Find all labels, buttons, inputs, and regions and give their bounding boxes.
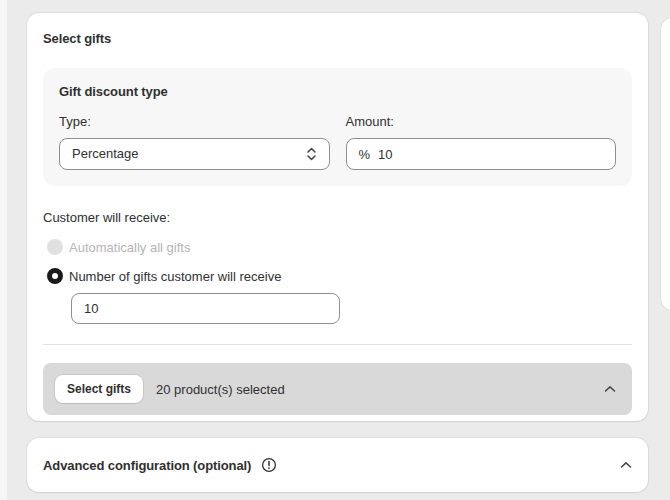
radio-option-number-of-gifts-label: Number of gifts customer will receive (69, 269, 281, 284)
select-gifts-card: Select gifts Gift discount type Type: Pe… (27, 13, 648, 421)
gift-count-input-wrap (71, 293, 340, 324)
select-gifts-button[interactable]: Select gifts (55, 375, 143, 403)
advanced-configuration-card[interactable]: Advanced configuration (optional) (27, 438, 648, 492)
chevron-up-icon[interactable] (620, 461, 632, 469)
radio-selected-icon[interactable] (47, 268, 63, 284)
page-left-strip (0, 0, 7, 500)
type-field: Type: Percentage (59, 112, 330, 170)
radio-option-all-gifts-label: Automatically all gifts (69, 240, 190, 255)
info-icon[interactable] (261, 457, 277, 473)
gift-discount-type-box: Gift discount type Type: Percentage (43, 68, 632, 186)
select-updown-icon (306, 147, 317, 161)
card-title: Select gifts (43, 29, 632, 49)
page-background: Select gifts Gift discount type Type: Pe… (0, 0, 670, 500)
selected-products-count: 20 product(s) selected (156, 382, 285, 397)
side-column-card-edge (661, 18, 670, 310)
radio-option-all-gifts[interactable]: Automatically all gifts (43, 237, 632, 257)
radio-option-number-of-gifts[interactable]: Number of gifts customer will receive (43, 266, 632, 286)
amount-label: Amount: (346, 112, 617, 132)
discount-type-selected-value: Percentage (72, 146, 139, 162)
amount-input[interactable] (378, 147, 603, 162)
type-label: Type: (59, 112, 330, 132)
amount-field: Amount: % (346, 112, 617, 170)
discount-type-select[interactable]: Percentage (59, 138, 330, 170)
amount-input-wrap: % (346, 138, 617, 170)
gift-picker-bar[interactable]: Select gifts 20 product(s) selected (43, 363, 632, 415)
gift-count-input[interactable] (84, 301, 327, 316)
radio-disabled-icon[interactable] (47, 239, 63, 255)
customer-receive-label: Customer will receive: (43, 208, 632, 228)
chevron-up-icon[interactable] (604, 385, 616, 393)
divider (43, 344, 632, 345)
advanced-configuration-title: Advanced configuration (optional) (43, 458, 251, 473)
gift-discount-type-heading: Gift discount type (59, 84, 616, 100)
amount-prefix: % (359, 147, 371, 162)
